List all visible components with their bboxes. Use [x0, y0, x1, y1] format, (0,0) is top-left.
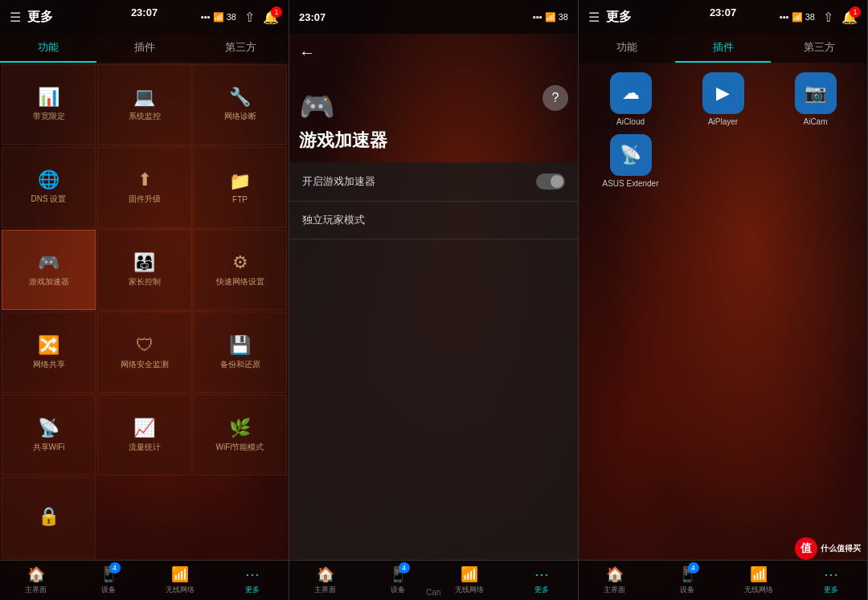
- help-button[interactable]: ?: [542, 85, 568, 111]
- time-display: 23:07: [131, 6, 158, 18]
- devices-badge-3: 4: [688, 562, 699, 573]
- aicloud-label: AiCloud: [616, 117, 645, 126]
- p2-signal-icon: ▪▪▪: [533, 12, 542, 22]
- panel-3-title: 更多: [606, 9, 632, 26]
- plugin-aicam[interactable]: 📷 AiCam: [773, 72, 858, 126]
- can-text: Can: [426, 588, 440, 597]
- tab-features-1[interactable]: 功能: [0, 34, 96, 63]
- game-acc-toggle[interactable]: [536, 173, 565, 190]
- aiplayer-label: AiPlayer: [708, 117, 738, 126]
- feature-firmware[interactable]: ⬆ 固件升级: [97, 147, 191, 228]
- feature-bandwidth[interactable]: 📊 带宽限定: [2, 64, 96, 145]
- extender-icon: 📡: [620, 145, 641, 165]
- more-icon-2: ⋯: [534, 565, 549, 583]
- wifishare-label: 共享WiFi: [33, 442, 65, 453]
- feature-netdiag[interactable]: 🔧 网络诊断: [193, 64, 287, 145]
- tab-thirdparty-3[interactable]: 第三方: [771, 34, 867, 63]
- plugin-aicloud[interactable]: ☁ AiCloud: [588, 72, 673, 126]
- plugins-grid: ☁ AiCloud ▶ AiPlayer 📷 AiCam 📡 ASUS Exte…: [579, 63, 867, 198]
- netsec-label: 网络安全监测: [121, 359, 169, 370]
- feature-parental[interactable]: 👨‍👩‍👧 家长控制: [97, 230, 191, 311]
- feature-quicknet[interactable]: ⚙ 快速网络设置: [193, 230, 287, 311]
- feature-gameacc[interactable]: 🎮 游戏加速器: [2, 230, 96, 311]
- more-icon-3: ⋯: [824, 565, 838, 583]
- nav-home-2[interactable]: 🏠 主界面: [289, 561, 362, 600]
- header-right: ▪▪▪ 📶 38 ⇧ 🔔 1: [201, 10, 279, 25]
- nav-home-1[interactable]: 🏠 主界面: [0, 561, 72, 600]
- parental-label: 家长控制: [129, 276, 161, 288]
- wifisave-label: WiFi节能模式: [216, 442, 264, 453]
- aicam-icon-box: 📷: [795, 72, 837, 114]
- nav-wireless-2[interactable]: 📶 无线网络: [434, 561, 506, 600]
- aicam-label: AiCam: [803, 117, 827, 126]
- feature-sysmonitor[interactable]: 💻 系统监控: [97, 64, 191, 145]
- extender-label: ASUS Extender: [602, 179, 658, 188]
- netdiag-icon: 🔧: [229, 87, 251, 108]
- devices-label-2: 设备: [391, 585, 405, 595]
- menu-icon[interactable]: ☰: [10, 10, 21, 25]
- p3-notification-icon[interactable]: 🔔 1: [841, 10, 858, 25]
- plugin-extender[interactable]: 📡 ASUS Extender: [588, 134, 673, 188]
- notification-icon[interactable]: 🔔 1: [263, 10, 279, 25]
- notification-badge: 1: [271, 6, 282, 18]
- nav-devices-2[interactable]: 📱 4 设备: [362, 561, 434, 600]
- netsec-icon: 🛡: [136, 335, 154, 356]
- p3-wifi-icon: 📶: [792, 12, 803, 22]
- wireless-icon-1: 📶: [171, 565, 189, 583]
- p3-time: 23:07: [710, 6, 736, 18]
- tab-plugins-3[interactable]: 插件: [675, 34, 772, 63]
- nav-wireless-1[interactable]: 📶 无线网络: [145, 561, 217, 600]
- panel-1-title: 更多: [27, 9, 53, 26]
- aiplayer-icon: ▶: [716, 83, 730, 104]
- feature-backup[interactable]: 💾 备份和还原: [193, 312, 287, 393]
- features-grid: 📊 带宽限定 💻 系统监控 🔧 网络诊断 🌐 DNS 设置 ⬆ 固件升级 📁 F…: [0, 63, 289, 560]
- more-label-2: 更多: [534, 585, 549, 595]
- home-label-1: 主界面: [25, 585, 47, 595]
- sysmonitor-label: 系统监控: [129, 111, 161, 122]
- feature-wifisave[interactable]: 🌿 WiFi节能模式: [193, 394, 287, 476]
- p3-menu-icon[interactable]: ☰: [588, 10, 600, 25]
- home-icon-2: 🏠: [317, 565, 334, 583]
- feature-netsec[interactable]: 🛡 网络安全监测: [97, 312, 191, 393]
- netshare-label: 网络共享: [33, 359, 65, 370]
- tab-plugins-1[interactable]: 插件: [96, 34, 193, 63]
- nav-home-3[interactable]: 🏠 主界面: [579, 561, 651, 600]
- feature-wifishare[interactable]: 📡 共享WiFi: [2, 394, 96, 476]
- feature-traffic[interactable]: 📈 流量统计: [97, 394, 191, 476]
- feature-ftp[interactable]: 📁 FTP: [193, 147, 287, 228]
- nav-devices-3[interactable]: 📱 4 设备: [651, 561, 723, 600]
- plugin-aiplayer[interactable]: ▶ AiPlayer: [681, 72, 765, 126]
- p3-signal-icon: ▪▪▪: [780, 12, 789, 22]
- nav-wireless-3[interactable]: 📶 无线网络: [723, 561, 796, 600]
- devices-badge-container-1: 📱 4: [100, 565, 117, 583]
- p3-battery: 38: [805, 12, 815, 22]
- traffic-label: 流量统计: [129, 442, 161, 453]
- extender-icon-box: 📡: [610, 134, 652, 176]
- share-icon[interactable]: ⇧: [244, 10, 255, 25]
- feature-dns[interactable]: 🌐 DNS 设置: [2, 147, 96, 228]
- backup-icon: 💾: [229, 335, 251, 356]
- game-acc-settings: 开启游戏加速器 独立玩家模式: [289, 162, 578, 600]
- devices-badge-2: 4: [399, 562, 410, 573]
- wireless-icon-2: 📶: [461, 565, 478, 583]
- nav-devices-1[interactable]: 📱 4 设备: [72, 561, 145, 600]
- nav-more-3[interactable]: ⋯ 更多: [795, 561, 867, 600]
- nav-more-1[interactable]: ⋯ 更多: [216, 561, 289, 600]
- ftp-label: FTP: [232, 195, 248, 204]
- p2-status-icons: ▪▪▪ 📶 38: [533, 12, 568, 22]
- bandwidth-label: 带宽限定: [33, 111, 65, 122]
- game-acc-hero: ← 🎮 游戏加速器 ?: [289, 34, 578, 162]
- panel-3-bottom-nav: 🏠 主界面 📱 4 设备 📶 无线网络 ⋯ 更多: [579, 560, 867, 600]
- firmware-label: 固件升级: [129, 194, 161, 205]
- back-button[interactable]: ←: [299, 43, 315, 62]
- solo-mode-row[interactable]: 独立玩家模式: [289, 202, 578, 239]
- p2-time: 23:07: [299, 11, 326, 23]
- nav-more-2[interactable]: ⋯ 更多: [506, 561, 578, 600]
- tab-thirdparty-1[interactable]: 第三方: [192, 34, 289, 63]
- sysmonitor-icon: 💻: [133, 87, 155, 108]
- feature-vpn[interactable]: 🔒: [2, 477, 96, 558]
- feature-netshare[interactable]: 🔀 网络共享: [2, 312, 96, 393]
- tab-features-3[interactable]: 功能: [579, 34, 675, 63]
- p3-share-icon[interactable]: ⇧: [823, 10, 833, 25]
- watermark-icon: 值: [795, 537, 817, 560]
